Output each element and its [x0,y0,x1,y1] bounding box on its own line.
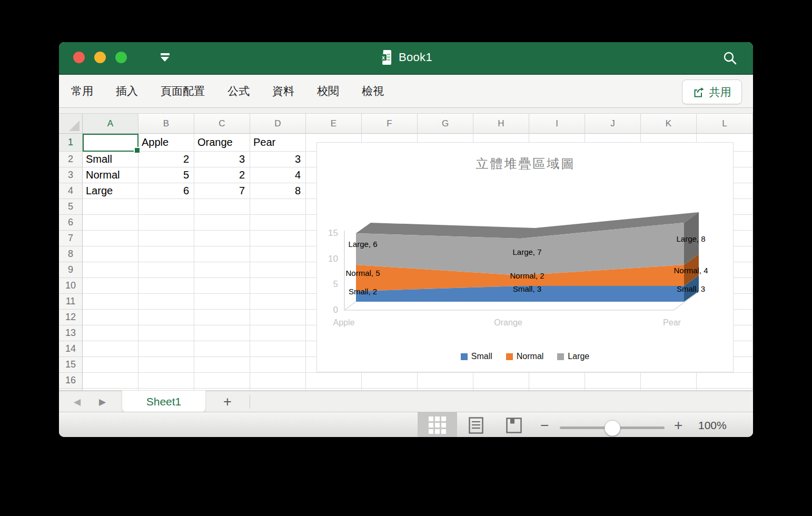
cell-I16[interactable] [529,373,585,389]
row-header-11[interactable]: 11 [59,294,83,310]
row-header-5[interactable]: 5 [59,199,83,215]
cell-C3[interactable]: 2 [194,167,250,183]
cell-A16[interactable] [83,373,138,389]
cell-D11[interactable] [250,294,306,310]
row-header-10[interactable]: 10 [59,278,83,294]
cell-C8[interactable] [194,246,250,262]
cell-C6[interactable] [194,215,250,231]
zoom-in-button[interactable]: + [674,412,682,437]
cell-C4[interactable]: 7 [194,183,250,199]
cell-C16[interactable] [194,373,250,389]
cell-D9[interactable] [250,262,306,278]
cell-C11[interactable] [194,294,250,310]
row-header-9[interactable]: 9 [59,262,83,278]
cell-B14[interactable] [138,341,194,357]
row-header-14[interactable]: 14 [59,341,83,357]
page-break-view-button[interactable] [495,412,533,437]
cell-D10[interactable] [250,278,306,294]
cell-G16[interactable] [418,373,473,389]
chart-object[interactable]: 051015Small, 2Small, 3Small, 3Normal, 5N… [316,142,734,372]
cell-A2[interactable]: Small [83,152,138,167]
cell-A4[interactable]: Large [83,183,138,199]
cell-B11[interactable] [138,294,194,310]
column-header-D[interactable]: D [250,114,306,134]
zoom-out-button[interactable]: − [540,412,549,437]
column-header-G[interactable]: G [418,114,473,134]
cell-F16[interactable] [362,373,418,389]
row-header-8[interactable]: 8 [59,246,83,262]
row-header-4[interactable]: 4 [59,183,83,199]
cell-A9[interactable] [83,262,138,278]
cell-C15[interactable] [194,357,250,373]
cell-D14[interactable] [250,341,306,357]
cell-C12[interactable] [194,310,250,325]
cell-A6[interactable] [83,215,138,231]
cell-A10[interactable] [83,278,138,294]
tab-page-layout[interactable]: 頁面配置 [161,84,205,98]
cell-D4[interactable]: 8 [250,183,306,199]
column-header-K[interactable]: K [641,114,697,134]
sheet-tab-sheet1[interactable]: Sheet1 [122,391,205,412]
cell-D1[interactable]: Pear [250,134,306,152]
cell-A13[interactable] [83,325,138,341]
row-header-13[interactable]: 13 [59,325,83,341]
cell-B12[interactable] [138,310,194,325]
row-header-12[interactable]: 12 [59,310,83,325]
row-header-6[interactable]: 6 [59,215,83,231]
cell-D2[interactable]: 3 [250,152,306,167]
column-header-I[interactable]: I [529,114,585,134]
cell-B3[interactable]: 5 [138,167,194,183]
cell-B1[interactable]: Apple [138,134,194,152]
column-header-H[interactable]: H [473,114,529,134]
normal-view-button[interactable] [418,412,457,437]
tab-review[interactable]: 校閱 [317,84,339,98]
cell-K16[interactable] [641,373,697,389]
cell-B9[interactable] [138,262,194,278]
column-header-L[interactable]: L [697,114,753,134]
cell-D3[interactable]: 4 [250,167,306,183]
row-header-2[interactable]: 2 [59,152,83,167]
cell-B13[interactable] [138,325,194,341]
cell-B10[interactable] [138,278,194,294]
cell-C7[interactable] [194,231,250,246]
cell-D6[interactable] [250,215,306,231]
cell-C1[interactable]: Orange [194,134,250,152]
cell-D16[interactable] [250,373,306,389]
cell-B5[interactable] [138,199,194,215]
cell-E16[interactable] [306,373,362,389]
tab-insert[interactable]: 插入 [116,84,138,98]
row-header-15[interactable]: 15 [59,357,83,373]
cell-B15[interactable] [138,357,194,373]
tab-formulas[interactable]: 公式 [227,84,250,98]
cell-B8[interactable] [138,246,194,262]
cell-B6[interactable] [138,215,194,231]
cell-C13[interactable] [194,325,250,341]
cell-D5[interactable] [250,199,306,215]
cell-B7[interactable] [138,231,194,246]
tab-data[interactable]: 資料 [272,84,294,98]
cell-B4[interactable]: 6 [138,183,194,199]
row-header-16[interactable]: 16 [59,373,83,389]
cell-J16[interactable] [585,373,641,389]
add-sheet-button[interactable]: + [217,391,238,412]
cell-C2[interactable]: 3 [194,152,250,167]
select-all-corner[interactable] [59,114,83,134]
zoom-slider[interactable] [560,426,665,429]
zoom-slider-thumb[interactable] [604,420,620,436]
sheet-nav-right-icon[interactable]: ▶ [99,391,106,412]
cell-H16[interactable] [473,373,529,389]
search-icon[interactable] [722,51,737,65]
row-header-1[interactable]: 1 [59,134,83,152]
cell-A5[interactable] [83,199,138,215]
column-header-E[interactable]: E [306,114,362,134]
cell-B16[interactable] [138,373,194,389]
cell-D12[interactable] [250,310,306,325]
cell-C5[interactable] [194,199,250,215]
cell-D13[interactable] [250,325,306,341]
cell-A3[interactable]: Normal [83,167,138,183]
cell-A14[interactable] [83,341,138,357]
column-header-B[interactable]: B [138,114,194,134]
cell-A11[interactable] [83,294,138,310]
cell-A12[interactable] [83,310,138,325]
cell-D8[interactable] [250,246,306,262]
